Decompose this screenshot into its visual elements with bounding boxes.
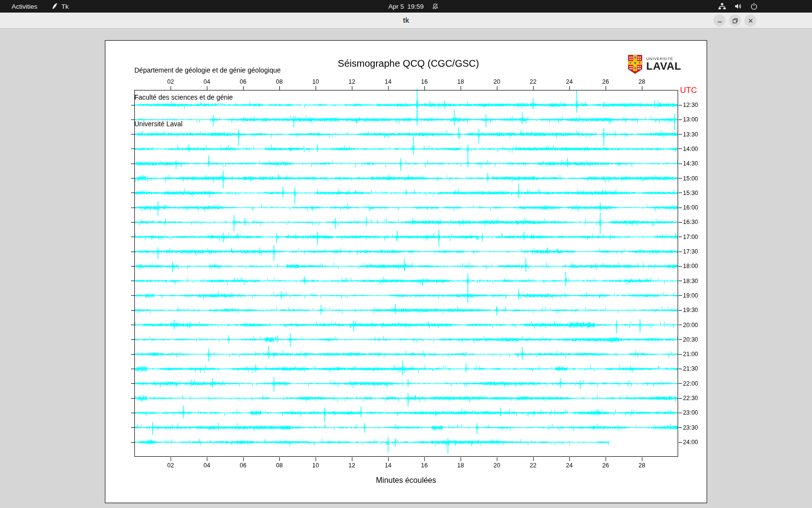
x-tick-top	[606, 86, 606, 90]
x-tick-label-bottom: 06	[233, 462, 253, 469]
x-tick-bottom	[533, 457, 534, 461]
row-tick-left	[131, 237, 134, 237]
utc-time-label: 23:00	[683, 409, 698, 417]
x-tick-top	[569, 86, 570, 90]
x-tick-label-bottom: 24	[560, 462, 579, 469]
minimize-button[interactable]	[713, 15, 725, 27]
x-tick-label-top: 18	[451, 78, 470, 85]
plot-frame	[134, 90, 678, 457]
row-tick-right	[679, 222, 682, 223]
utc-time-label: 20:30	[683, 336, 698, 344]
x-tick-top	[316, 86, 316, 90]
close-button[interactable]	[744, 15, 756, 27]
utc-time-label: 19:00	[683, 292, 698, 299]
row-tick-right	[679, 237, 682, 237]
notifications-disabled-icon	[432, 0, 439, 13]
maximize-button[interactable]	[729, 15, 741, 27]
utc-time-label: 23:30	[683, 424, 698, 432]
row-tick-right	[679, 193, 682, 193]
row-tick-right	[679, 134, 682, 134]
row-tick-right	[679, 208, 682, 208]
x-tick-label-bottom: 22	[523, 462, 543, 469]
x-tick-label-bottom: 12	[342, 462, 362, 469]
x-tick-label-bottom: 20	[487, 462, 507, 469]
desktop: Activities Tk Apr 5 19:59	[0, 0, 812, 508]
x-tick-label-top: 28	[632, 78, 652, 85]
x-tick-label-top: 02	[161, 78, 180, 85]
utc-time-label: 12:30	[683, 101, 698, 109]
row-tick-left	[131, 164, 134, 164]
row-tick-left	[131, 149, 134, 149]
x-tick-top	[461, 86, 461, 90]
x-tick-label-bottom: 14	[378, 462, 398, 469]
row-tick-left	[131, 193, 134, 193]
app-indicator-tk[interactable]: Tk	[51, 0, 69, 13]
row-tick-left	[131, 134, 134, 134]
app-indicator-label: Tk	[61, 3, 69, 10]
window-controls	[713, 15, 756, 27]
x-tick-top	[171, 86, 171, 90]
window-titlebar[interactable]: tk	[0, 13, 812, 29]
row-tick-right	[679, 310, 682, 311]
row-tick-left	[131, 325, 134, 325]
system-menu-button[interactable]	[718, 0, 758, 13]
row-tick-left	[131, 354, 134, 355]
x-tick-top	[388, 86, 389, 90]
x-tick-top	[497, 86, 497, 90]
x-tick-label-top: 10	[306, 78, 325, 85]
x-tick-top	[243, 86, 244, 90]
row-tick-right	[679, 164, 682, 164]
x-tick-bottom	[569, 457, 570, 461]
row-tick-left	[131, 310, 134, 311]
network-icon	[718, 2, 726, 10]
x-tick-bottom	[497, 457, 497, 461]
utc-time-label: 24:00	[683, 438, 698, 446]
x-tick-label-bottom: 02	[161, 462, 180, 469]
x-tick-top	[279, 86, 280, 90]
row-tick-left	[131, 252, 134, 252]
x-tick-label-top: 14	[378, 78, 398, 85]
row-tick-left	[131, 222, 134, 223]
utc-time-label: 18:30	[683, 277, 698, 285]
x-tick-label-top: 08	[270, 78, 289, 85]
row-tick-left	[131, 295, 134, 296]
row-tick-right	[679, 427, 682, 428]
row-tick-left	[131, 442, 134, 443]
row-tick-right	[679, 354, 682, 355]
x-tick-label-bottom: 28	[632, 462, 652, 469]
clock-button[interactable]: Apr 5 19:59	[388, 0, 423, 13]
logo-laval-label: LAVAL	[646, 61, 682, 71]
row-tick-left	[131, 339, 134, 340]
x-tick-bottom	[352, 457, 352, 461]
row-tick-left	[131, 383, 134, 384]
row-tick-right	[679, 149, 682, 149]
institution-line-1: Département de géologie et de génie géol…	[134, 66, 281, 75]
activities-button[interactable]: Activities	[7, 0, 42, 13]
laval-logo-text: UNIVERSITÉ LAVAL	[646, 55, 682, 71]
x-tick-bottom	[207, 457, 207, 461]
utc-time-label: 14:00	[683, 145, 698, 153]
x-tick-top	[352, 86, 352, 90]
row-tick-right	[679, 281, 682, 281]
utc-time-label: 20:00	[683, 321, 698, 329]
x-tick-label-top: 26	[596, 78, 615, 85]
x-tick-bottom	[461, 457, 461, 461]
gnome-top-bar: Activities Tk Apr 5 19:59	[0, 0, 812, 13]
row-tick-right	[679, 120, 682, 120]
x-tick-label-bottom: 18	[451, 462, 470, 469]
row-tick-left	[131, 427, 134, 428]
row-tick-left	[131, 369, 134, 369]
row-tick-left	[131, 208, 134, 208]
utc-time-label: 17:00	[683, 233, 698, 241]
row-tick-right	[679, 413, 682, 413]
row-tick-left	[131, 105, 134, 105]
utc-time-label: 13:00	[683, 116, 698, 123]
x-tick-bottom	[279, 457, 280, 461]
x-tick-label-top: 12	[342, 78, 362, 85]
utc-time-label: 17:30	[683, 248, 698, 255]
utc-time-label: 22:00	[683, 380, 698, 388]
seismograph-panel: Département de géologie et de génie géol…	[105, 40, 707, 503]
utc-time-label: 19:30	[683, 306, 698, 314]
row-tick-left	[131, 120, 134, 120]
laval-crest-icon	[628, 55, 642, 76]
